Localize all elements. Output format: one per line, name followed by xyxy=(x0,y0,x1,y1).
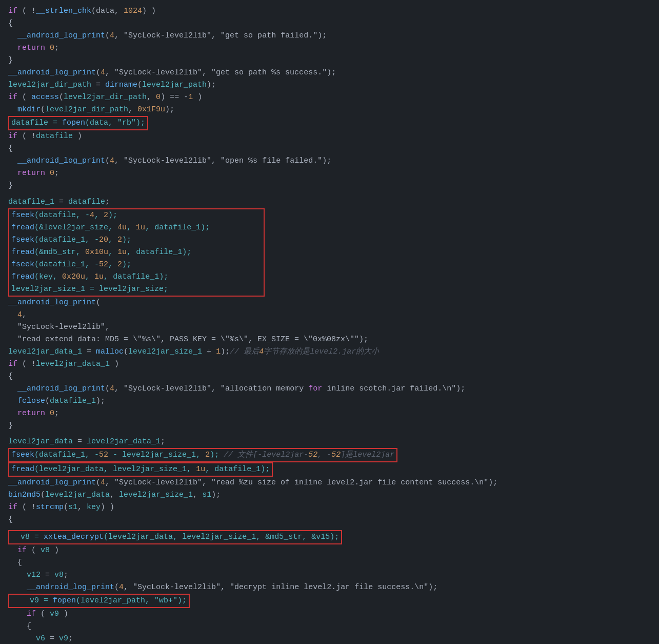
code-viewer: if ( !__strlen_chk(data, 1024) ){ __andr… xyxy=(8,5,651,644)
code-content: if ( !__strlen_chk(data, 1024) ){ __andr… xyxy=(8,5,651,644)
